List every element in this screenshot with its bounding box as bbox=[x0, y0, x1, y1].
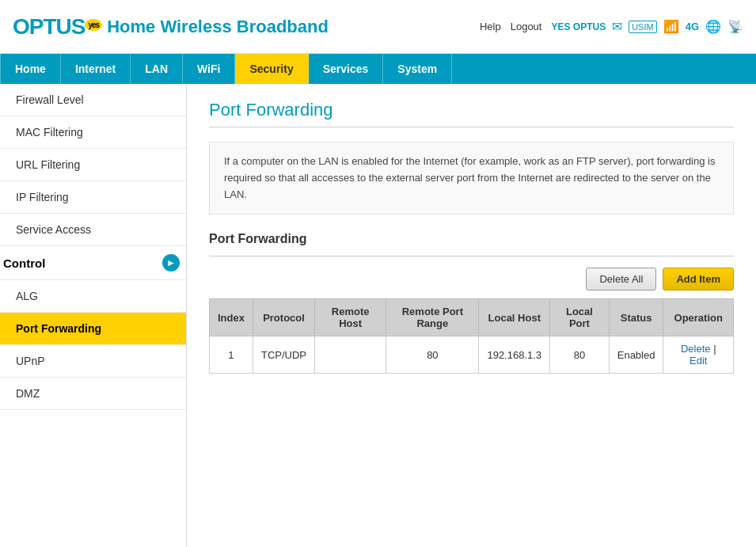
sidebar-item-upnp[interactable]: UPnP bbox=[0, 345, 186, 378]
navbar: Home Internet LAN WiFi Security Services… bbox=[0, 54, 756, 84]
sidebar-item-ip-filtering[interactable]: IP Filtering bbox=[0, 181, 186, 214]
cell-index: 1 bbox=[210, 336, 253, 374]
sidebar-item-firewall-level[interactable]: Firewall Level bbox=[0, 84, 186, 116]
delete-row-link[interactable]: Delete bbox=[681, 343, 711, 355]
cell-local-port: 80 bbox=[550, 336, 610, 374]
header: OPTUSyes Home Wireless Broadband Help Lo… bbox=[0, 0, 756, 54]
sidebar: Firewall Level MAC Filtering URL Filteri… bbox=[0, 84, 187, 547]
col-local-port: Local Port bbox=[550, 299, 610, 336]
table-controls: Delete All Add Item bbox=[209, 268, 734, 291]
title-divider bbox=[209, 127, 734, 127]
table-row: 1 TCP/UDP 80 192.168.1.3 80 Enabled Dele… bbox=[210, 336, 734, 374]
wifi-icon: 📡 bbox=[728, 19, 743, 34]
section-divider bbox=[209, 256, 734, 256]
content-area: Port Forwarding If a computer on the LAN… bbox=[187, 84, 756, 547]
page-title: Port Forwarding bbox=[209, 100, 734, 120]
nav-wifi[interactable]: WiFi bbox=[183, 54, 235, 84]
nav-internet[interactable]: Internet bbox=[61, 54, 131, 84]
nav-lan[interactable]: LAN bbox=[131, 54, 183, 84]
sidebar-item-alg[interactable]: ALG bbox=[0, 280, 186, 313]
sidebar-item-dmz[interactable]: DMZ bbox=[0, 378, 186, 410]
nav-home[interactable]: Home bbox=[0, 54, 61, 84]
cell-status: Enabled bbox=[609, 336, 663, 374]
site-title: Home Wireless Broadband bbox=[107, 17, 329, 37]
help-logout-links: Help Logout bbox=[480, 21, 542, 32]
sidebar-section-control: Control ► bbox=[0, 246, 186, 280]
nav-services[interactable]: Services bbox=[309, 54, 384, 84]
delete-all-button[interactable]: Delete All bbox=[586, 268, 656, 291]
col-remote-host: Remote Host bbox=[315, 299, 386, 336]
operation-separator: | bbox=[713, 343, 716, 355]
nav-system[interactable]: System bbox=[383, 54, 452, 84]
logout-link[interactable]: Logout bbox=[511, 21, 542, 32]
nav-security[interactable]: Security bbox=[235, 54, 308, 84]
4g-icon: 4G bbox=[686, 21, 699, 32]
main-layout: Firewall Level MAC Filtering URL Filteri… bbox=[0, 84, 756, 547]
col-remote-port-range: Remote Port Range bbox=[386, 299, 479, 336]
yes-optus-label: YES OPTUS bbox=[551, 21, 606, 32]
port-forwarding-table: Index Protocol Remote Host Remote Port R… bbox=[209, 298, 734, 374]
cell-remote-port-range: 80 bbox=[386, 336, 479, 374]
logo-area: OPTUSyes Home Wireless Broadband bbox=[13, 14, 329, 40]
usim-icon: USIM bbox=[629, 21, 657, 33]
sidebar-item-service-access[interactable]: Service Access bbox=[0, 214, 186, 246]
col-index: Index bbox=[210, 299, 253, 336]
cell-local-host: 192.168.1.3 bbox=[479, 336, 550, 374]
col-status: Status bbox=[609, 299, 663, 336]
signal-icon: 📶 bbox=[663, 19, 679, 34]
add-item-button[interactable]: Add Item bbox=[663, 268, 734, 291]
yes-optus-bar: YES OPTUS ✉ USIM 📶 4G 🌐 📡 bbox=[551, 19, 743, 34]
header-right: Help Logout YES OPTUS ✉ USIM 📶 4G 🌐 📡 bbox=[480, 19, 743, 34]
logo-word: OPTUS bbox=[13, 14, 85, 39]
globe-icon: 🌐 bbox=[705, 19, 721, 34]
sidebar-item-port-forwarding[interactable]: Port Forwarding bbox=[0, 313, 186, 345]
help-link[interactable]: Help bbox=[480, 21, 501, 32]
col-local-host: Local Host bbox=[479, 299, 550, 336]
section-title: Port Forwarding bbox=[209, 232, 734, 246]
control-arrow-icon[interactable]: ► bbox=[162, 254, 180, 272]
mail-icon: ✉ bbox=[612, 19, 622, 34]
col-protocol: Protocol bbox=[253, 299, 314, 336]
col-operation: Operation bbox=[663, 299, 734, 336]
description-text: If a computer on the LAN is enabled for … bbox=[209, 142, 734, 215]
yes-badge: yes bbox=[85, 19, 102, 31]
control-label: Control bbox=[3, 256, 45, 270]
edit-row-link[interactable]: Edit bbox=[690, 355, 707, 367]
sidebar-item-mac-filtering[interactable]: MAC Filtering bbox=[0, 116, 186, 149]
optus-logo: OPTUSyes bbox=[13, 14, 102, 40]
cell-protocol: TCP/UDP bbox=[253, 336, 314, 374]
cell-operation: Delete | Edit bbox=[663, 336, 734, 374]
table-header-row: Index Protocol Remote Host Remote Port R… bbox=[210, 299, 734, 336]
sidebar-item-url-filtering[interactable]: URL Filtering bbox=[0, 149, 186, 181]
cell-remote-host bbox=[315, 336, 386, 374]
